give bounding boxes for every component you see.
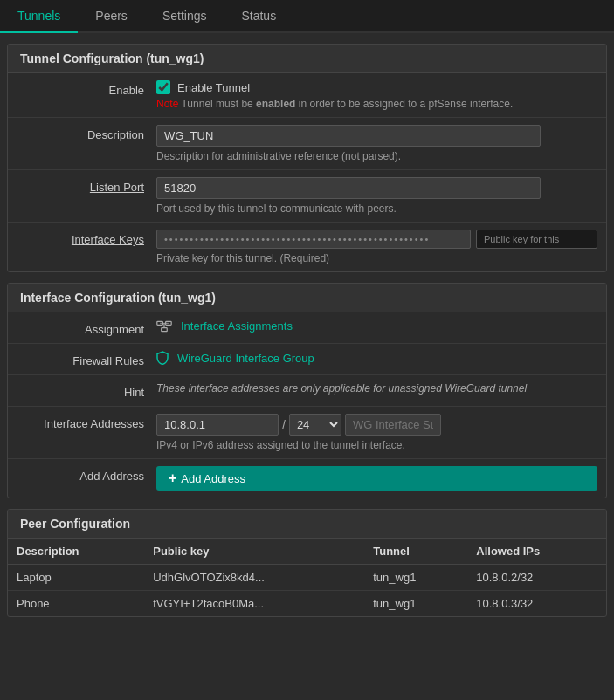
hint-text: These interface addresses are only appli…: [156, 382, 597, 395]
description-help: Description for administrative reference…: [156, 150, 597, 162]
interface-addresses-content: / 24 8 16 32 IPv4 or IPv6 address assign…: [156, 414, 597, 451]
enable-note: Note Tunnel must be enabled in order to …: [156, 98, 597, 110]
firewall-link-row: WireGuard Interface Group: [156, 351, 597, 365]
peer-table-header-row: Description Public key Tunnel Allowed IP…: [8, 539, 606, 565]
hint-label: Hint: [17, 382, 156, 399]
enable-label: Enable: [17, 80, 156, 97]
interface-keys-row: Interface Keys •••••••••••••••••••••••••…: [8, 223, 606, 271]
enable-row: Enable Enable Tunnel Note Tunnel must be…: [8, 73, 606, 118]
firewall-rules-row: Firewall Rules WireGuard Interface Group: [8, 344, 606, 375]
keys-row: ••••••••••••••••••••••••••••••••••••••••…: [156, 230, 597, 249]
note-bold: enabled: [256, 98, 295, 110]
description-content: Description for administrative reference…: [156, 125, 597, 162]
peer-description: Laptop: [8, 565, 144, 591]
col-description: Description: [8, 539, 144, 565]
svg-rect-2: [162, 327, 168, 331]
firewall-rules-content: WireGuard Interface Group: [156, 351, 597, 365]
table-row: Laptop UdhGlvOTOZix8kd4... tun_wg1 10.8.…: [8, 565, 606, 591]
shield-icon: [156, 351, 169, 365]
listen-port-label: Listen Port: [17, 177, 156, 194]
note-suffix: in order to be assigned to a pfSense int…: [299, 98, 514, 110]
tunnel-config-section: Tunnel Configuration (tun_wg1) Enable En…: [7, 44, 607, 272]
public-key-field: Public key for this: [476, 230, 597, 249]
table-row: Phone tVGYI+T2facoB0Ma... tun_wg1 10.8.0…: [8, 591, 606, 617]
enable-content: Enable Tunnel Note Tunnel must be enable…: [156, 80, 597, 110]
hint-row: Hint These interface addresses are only …: [8, 375, 606, 407]
peer-table: Description Public key Tunnel Allowed IP…: [8, 539, 606, 616]
add-address-label: Add Address: [17, 466, 156, 483]
address-inputs-row: / 24 8 16 32: [156, 414, 597, 436]
private-key-help: Private key for this tunnel. (Required): [156, 252, 597, 264]
interface-addresses-row: Interface Addresses / 24 8 16 32 IPv4 or…: [8, 407, 606, 459]
col-public-key: Public key: [144, 539, 364, 565]
private-key-field[interactable]: ••••••••••••••••••••••••••••••••••••••••…: [156, 230, 471, 249]
note-text: Tunnel must be: [181, 98, 256, 110]
enable-checkbox-row: Enable Tunnel: [156, 80, 597, 94]
description-row: Description Description for administrati…: [8, 118, 606, 170]
listen-port-row: Listen Port Port used by this tunnel to …: [8, 170, 606, 223]
peer-public-key: UdhGlvOTOZix8kd4...: [144, 565, 364, 591]
peer-allowed-ips: 10.8.0.2/32: [467, 565, 606, 591]
note-prefix: Note: [156, 98, 178, 110]
col-tunnel: Tunnel: [364, 539, 467, 565]
assignment-label: Assignment: [17, 319, 156, 336]
peer-allowed-ips: 10.8.0.3/32: [467, 591, 606, 617]
enable-checkbox[interactable]: [156, 80, 170, 94]
listen-port-input[interactable]: [156, 177, 541, 199]
peer-config-section: Peer Configuration Description Public ke…: [7, 509, 607, 617]
interface-desc-input[interactable]: [345, 414, 441, 436]
enable-text: Enable Tunnel: [177, 81, 250, 94]
address-help-row: IPv4 or IPv6 address assigned to the tun…: [156, 439, 597, 451]
hint-content: These interface addresses are only appli…: [156, 382, 597, 395]
nav-peers[interactable]: Peers: [78, 0, 145, 31]
peer-tunnel: tun_wg1: [364, 565, 467, 591]
interface-config-section: Interface Configuration (tun_wg1) Assign…: [7, 283, 607, 498]
assignment-row: Assignment Interface Assignments: [8, 312, 606, 344]
interface-keys-label: Interface Keys: [17, 230, 156, 246]
ip-address-input[interactable]: [156, 414, 279, 436]
nav-status[interactable]: Status: [224, 0, 293, 31]
peer-tunnel: tun_wg1: [364, 591, 467, 617]
plus-icon: +: [169, 471, 176, 485]
peer-description: Phone: [8, 591, 144, 617]
assignment-content: Interface Assignments: [156, 319, 597, 333]
firewall-rules-link[interactable]: WireGuard Interface Group: [177, 352, 314, 365]
peer-public-key: tVGYI+T2facoB0Ma...: [144, 591, 364, 617]
peer-table-body: Laptop UdhGlvOTOZix8kd4... tun_wg1 10.8.…: [8, 565, 606, 617]
add-address-row: Add Address + Add Address: [8, 459, 606, 498]
listen-port-content: Port used by this tunnel to communicate …: [156, 177, 597, 215]
interface-addresses-label: Interface Addresses: [17, 414, 156, 430]
firewall-rules-label: Firewall Rules: [17, 351, 156, 367]
add-address-button[interactable]: + Add Address: [156, 466, 597, 491]
cidr-select[interactable]: 24 8 16 32: [289, 414, 341, 436]
slash-separator: /: [282, 418, 286, 432]
top-navigation: Tunnels Peers Settings Status: [0, 0, 614, 33]
address-help: IPv4 or IPv6 address assigned to the tun…: [156, 439, 405, 451]
assignment-link[interactable]: Interface Assignments: [181, 319, 293, 333]
description-label: Description: [17, 125, 156, 141]
interface-keys-content: ••••••••••••••••••••••••••••••••••••••••…: [156, 230, 597, 264]
description-input[interactable]: [156, 125, 541, 147]
col-allowed-ips: Allowed IPs: [467, 539, 606, 565]
assignment-icon: [156, 320, 172, 333]
listen-port-help: Port used by this tunnel to communicate …: [156, 202, 597, 215]
assignment-link-row: Interface Assignments: [156, 319, 597, 333]
tunnel-config-header: Tunnel Configuration (tun_wg1): [8, 45, 606, 73]
peer-config-header: Peer Configuration: [8, 510, 606, 539]
add-address-content: + Add Address: [156, 466, 597, 491]
nav-tunnels[interactable]: Tunnels: [0, 0, 78, 33]
nav-settings[interactable]: Settings: [145, 0, 224, 31]
interface-config-header: Interface Configuration (tun_wg1): [8, 284, 606, 312]
add-address-btn-text: Add Address: [181, 472, 245, 485]
